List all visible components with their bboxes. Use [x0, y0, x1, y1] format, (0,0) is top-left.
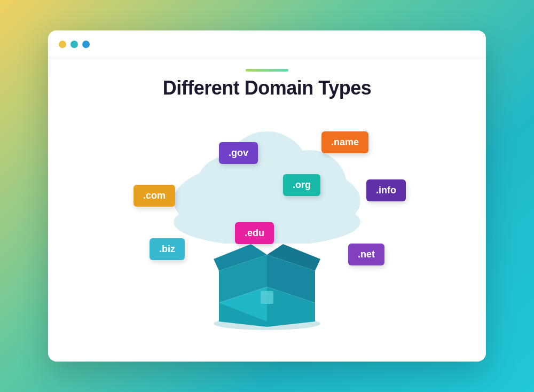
- dot-close[interactable]: [82, 41, 90, 48]
- page-title: Different Domain Types: [163, 77, 371, 99]
- dot-maximize[interactable]: [70, 41, 78, 48]
- svg-rect-12: [261, 291, 273, 304]
- title-bar: [48, 30, 486, 58]
- badge-name: .name: [321, 131, 368, 153]
- badge-net: .net: [348, 244, 384, 265]
- badge-edu: .edu: [235, 222, 274, 244]
- badge-biz: .biz: [150, 238, 185, 260]
- badge-info: .info: [366, 179, 406, 201]
- dot-minimize[interactable]: [59, 41, 66, 48]
- badge-com: .com: [134, 185, 175, 207]
- badge-gov: .gov: [219, 142, 258, 164]
- illustration: .com .gov .name .org .info .edu .biz .ne…: [117, 110, 417, 340]
- main-content: Different Domain Types .com .gov .name .…: [48, 58, 486, 362]
- browser-window: Different Domain Types .com .gov .name .…: [48, 30, 486, 362]
- accent-bar: [246, 69, 288, 72]
- badge-org: .org: [283, 174, 320, 196]
- open-box: [214, 244, 320, 329]
